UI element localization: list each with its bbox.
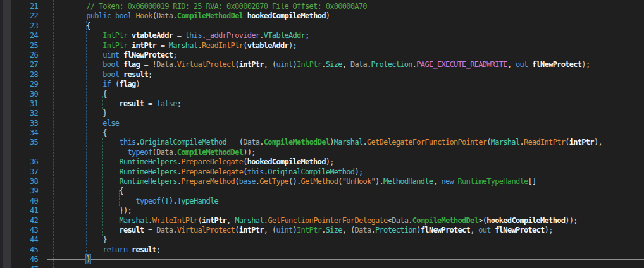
line-number[interactable]: 34 <box>0 128 38 138</box>
token-v: flNewProtect <box>123 51 173 59</box>
line-number[interactable]: 40 <box>0 197 38 206</box>
line-number[interactable]: 42 <box>0 216 38 226</box>
line-number[interactable]: 38 <box>0 177 38 186</box>
code-line[interactable]: 37 RuntimeHelpers.PrepareDelegate(this.O… <box>0 168 644 177</box>
token-v: intPtr <box>132 41 156 50</box>
code-line[interactable]: 30 { <box>0 90 644 99</box>
line-number[interactable]: 21 <box>0 2 38 11</box>
line-number[interactable]: 22 <box>0 11 38 21</box>
line-number[interactable]: 36 <box>0 157 38 167</box>
code-line[interactable]: 42 Marshal.WriteIntPtr(intPtr, Marshal.G… <box>0 216 644 226</box>
token-k: else <box>102 119 119 128</box>
line-number[interactable]: 46 <box>0 255 38 264</box>
token-v: result <box>119 99 144 108</box>
code-line[interactable]: 39 { <box>0 186 644 196</box>
token-k: this <box>247 168 264 176</box>
line-number[interactable]: 31 <box>0 99 38 109</box>
token-v: result <box>132 245 156 254</box>
line-number[interactable]: 30 <box>0 90 38 99</box>
line-number[interactable]: 28 <box>0 70 38 80</box>
token-k: typeof <box>136 197 161 205</box>
token-k: this <box>185 31 202 40</box>
code-text: } <box>38 235 107 245</box>
line-number[interactable]: 26 <box>0 51 38 60</box>
line-number[interactable]: 35 <box>0 138 38 147</box>
code-line[interactable]: 25 IntPtr intPtr = Marshal.ReadIntPtr(vt… <box>0 41 644 51</box>
token-m: GetMethod <box>301 177 338 186</box>
line-number[interactable]: 24 <box>0 31 38 40</box>
token-t: Size <box>326 60 342 69</box>
token-v: intPtr <box>202 216 226 225</box>
line-number[interactable]: 32 <box>0 109 38 118</box>
token-m: PrepareDelegate <box>181 168 243 176</box>
line-number[interactable]: 37 <box>0 168 38 177</box>
token-k: bool <box>115 11 132 20</box>
code-line[interactable]: 33 else <box>0 119 644 128</box>
token-d: ). <box>375 177 383 186</box>
code-text: RuntimeHelpers.PrepareDelegate(this.Orig… <box>38 168 362 177</box>
token-t: Protection <box>371 60 412 69</box>
line-number[interactable]: 44 <box>0 235 38 245</box>
token-n: Data <box>156 148 173 157</box>
token-g: IntPtr <box>102 31 127 40</box>
code-line[interactable]: 43 result = Data.VirtualProtect(intPtr, … <box>0 226 644 235</box>
token-n: Data <box>156 60 173 69</box>
code-line[interactable]: 38 RuntimeHelpers.PrepareMethod(base.Get… <box>0 177 644 186</box>
code-line[interactable]: 47 <box>0 265 644 268</box>
token-v: intPtr <box>239 226 264 234</box>
line-number[interactable]: 25 <box>0 41 38 51</box>
code-line[interactable]: 32 } <box>0 109 644 118</box>
code-line[interactable]: 35 this.OriginalCompileMethod = (Data.Co… <box>0 138 644 147</box>
token-g: IntPtr <box>297 60 321 69</box>
code-line[interactable]: 21 // Token: 0x06000019 RID: 25 RVA: 0x0… <box>0 2 644 11</box>
code-line[interactable]: 26 uint flNewProtect; <box>0 51 644 60</box>
code-line[interactable]: 34 { <box>0 128 644 138</box>
token-v: intPtr <box>239 60 264 69</box>
code-line[interactable]: 40 typeof(T).TypeHandle <box>0 197 644 206</box>
code-line[interactable]: 23 { <box>0 21 644 31</box>
token-t: MethodHandle <box>383 177 433 186</box>
line-number[interactable]: 47 <box>0 265 38 268</box>
token-t: RuntimeHelpers <box>119 177 176 186</box>
line-number[interactable]: 29 <box>0 80 38 89</box>
token-v: vtableAddr <box>132 31 173 40</box>
code-line[interactable]: 28 bool result; <box>0 70 644 80</box>
code-line[interactable]: 41 }); <box>0 206 644 216</box>
code-line[interactable]: 44 } <box>0 235 644 245</box>
token-n: Data <box>354 226 371 234</box>
line-number[interactable]: 41 <box>0 206 38 216</box>
token-g: IntPtr <box>102 41 127 50</box>
line-number[interactable]: 27 <box>0 60 38 70</box>
line-number[interactable]: 39 <box>0 186 38 196</box>
code-line[interactable]: 24 IntPtr vtableAddr = this._addrProvide… <box>0 31 644 40</box>
token-n: Data <box>243 138 259 147</box>
token-hb: } <box>86 255 90 264</box>
token-v: intPtr <box>569 138 594 147</box>
code-area[interactable]: 21 // Token: 0x06000019 RID: 25 RVA: 0x0… <box>0 2 644 268</box>
line-number[interactable]: 23 <box>0 21 38 31</box>
token-k: return <box>102 245 127 254</box>
code-line[interactable]: 22 public bool Hook(Data.CompileMethodDe… <box>0 11 644 21</box>
token-k: false <box>156 99 177 108</box>
code-text: typeof(T).TypeHandle <box>38 197 218 206</box>
token-v: flNewProtect <box>495 226 544 234</box>
code-line[interactable]: 29 if (flag) <box>0 80 644 89</box>
line-number[interactable]: 43 <box>0 226 38 235</box>
token-s: "UnHook" <box>342 177 375 186</box>
code-line[interactable]: 36 RuntimeHelpers.PrepareDelegate(hooked… <box>0 157 644 167</box>
code-line[interactable]: typeof(Data.CompileMethodDel)); <box>0 148 644 157</box>
token-d: , ( <box>264 226 276 234</box>
token-d: ). <box>169 197 177 205</box>
line-number[interactable]: 33 <box>0 119 38 128</box>
token-k: out <box>478 226 491 234</box>
line-number[interactable]: 45 <box>0 245 38 255</box>
token-v: flag <box>119 80 135 88</box>
code-line[interactable]: 46 } <box>0 255 644 264</box>
code-line[interactable]: 27 bool flag = !Data.VirtualProtect(intP… <box>0 60 644 70</box>
code-text: } <box>38 109 107 118</box>
token-d: ) <box>326 11 330 20</box>
token-d: ); <box>581 60 590 69</box>
token-k: uint <box>102 51 119 59</box>
code-line[interactable]: 45 return result; <box>0 245 644 255</box>
code-line[interactable]: 31 result = false; <box>0 99 644 109</box>
